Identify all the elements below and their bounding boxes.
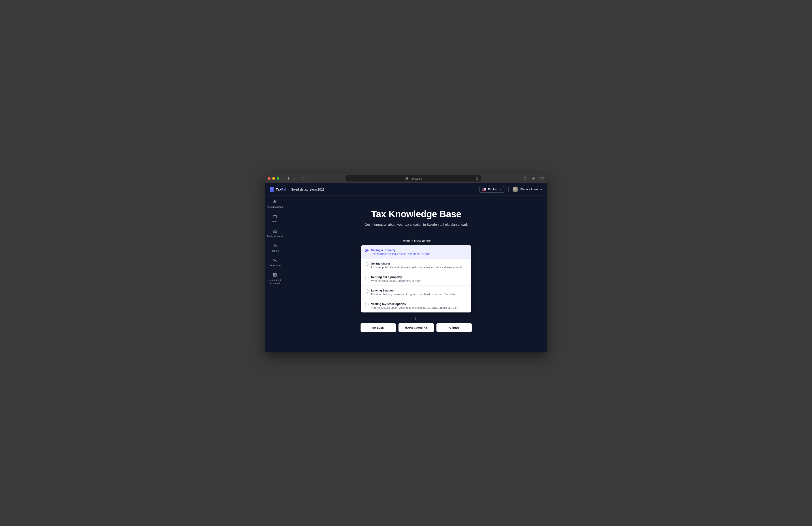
option-desc: Whether it's a house, apartment, or room <box>371 279 421 282</box>
page-subtitle: Get information about your tax situation… <box>364 223 468 226</box>
logo[interactable]: TaxPal <box>270 187 286 192</box>
in-label: In <box>415 317 418 320</box>
svg-point-5 <box>275 201 276 202</box>
us-flag-icon <box>482 188 486 191</box>
url-text: taxpal.se <box>411 177 422 180</box>
minimize-window-button[interactable] <box>272 177 275 180</box>
option-selling-shares[interactable]: Selling shares Includes publically and p… <box>361 259 471 272</box>
sidebar-item-label: Summary & Approval <box>266 279 284 285</box>
radio-icon <box>365 249 368 252</box>
users-icon <box>273 200 277 204</box>
browser-window: taxpal.se TaxPal Swedish tax return 2023 <box>265 173 547 353</box>
chevron-down-icon <box>499 189 502 190</box>
briefcase-icon <box>273 214 277 218</box>
svg-point-4 <box>274 200 275 202</box>
option-desc: If you're planning on leaving for good, … <box>371 293 455 296</box>
page-title: Tax Knowledge Base <box>371 209 461 219</box>
radio-icon <box>365 303 368 306</box>
radio-icon <box>365 276 368 279</box>
share-icon[interactable] <box>522 176 527 181</box>
forward-button[interactable] <box>308 176 313 181</box>
sidebar: Intro questions Work Family & Home Incom… <box>265 196 285 353</box>
option-selling-property[interactable]: Selling a property This includes selling… <box>361 245 471 259</box>
region-button-other[interactable]: OTHER <box>436 323 472 332</box>
chevron-down-icon[interactable] <box>292 176 297 181</box>
main-content: Tax Knowledge Base Get information about… <box>285 196 547 353</box>
app-body: Intro questions Work Family & Home Incom… <box>265 196 547 353</box>
reload-icon[interactable] <box>474 176 479 181</box>
region-button-home-country[interactable]: HOME COUNTRY <box>398 323 434 332</box>
region-buttons: SWEDEN HOME COUNTRY OTHER <box>361 323 472 332</box>
option-title: Selling shares <box>371 262 462 265</box>
language-label: English <box>488 188 497 191</box>
option-vesting-stock-options[interactable]: Vesting my stock options Your next stock… <box>361 299 471 312</box>
option-title: Renting out a property <box>371 275 421 279</box>
sidebar-item-income[interactable]: Income <box>266 244 284 252</box>
svg-rect-3 <box>540 177 542 180</box>
sidebar-item-label: Work <box>272 220 278 223</box>
option-title: Leaving Sweden <box>371 289 455 292</box>
globe-icon <box>404 176 409 181</box>
option-renting-property[interactable]: Renting out a property Whether it's a ho… <box>361 272 471 286</box>
option-desc: Your next stock option vesting date is c… <box>371 306 458 309</box>
svg-rect-9 <box>273 273 276 276</box>
sidebar-toggle-icon[interactable] <box>284 176 289 181</box>
back-button[interactable] <box>300 176 305 181</box>
maximize-window-button[interactable] <box>277 177 279 180</box>
logo-mark-icon <box>270 187 274 192</box>
option-desc: Includes publically and privately held c… <box>371 266 462 269</box>
prompt-label: I want to know about: <box>402 239 431 243</box>
language-select[interactable]: English <box>479 186 504 193</box>
sidebar-item-label: Income <box>271 249 279 252</box>
money-icon <box>273 244 277 248</box>
sidebar-item-work[interactable]: Work <box>266 214 284 223</box>
document-icon <box>273 273 277 277</box>
sidebar-item-summary-approval[interactable]: Summary & Approval <box>266 273 284 285</box>
sidebar-item-label: Family & Home <box>266 235 283 238</box>
avatar <box>512 187 518 192</box>
app-header: TaxPal Swedish tax return 2023 English E… <box>265 183 547 196</box>
chevron-down-icon <box>540 189 542 190</box>
logo-text: TaxPal <box>276 187 286 191</box>
trend-down-icon <box>273 258 277 262</box>
radio-icon <box>365 289 368 293</box>
option-title: Vesting my stock options <box>371 302 458 305</box>
url-bar[interactable]: taxpal.se <box>346 175 481 182</box>
svg-point-8 <box>275 245 275 246</box>
option-title: Selling a property <box>371 248 430 252</box>
breadcrumb[interactable]: Swedish tax return 2023 <box>291 188 324 191</box>
tabs-icon[interactable] <box>539 176 544 181</box>
sidebar-item-label: Deductions <box>269 264 281 267</box>
sidebar-item-deductions[interactable]: Deductions <box>266 258 284 267</box>
svg-rect-6 <box>273 215 276 218</box>
divider <box>508 187 509 192</box>
browser-chrome: taxpal.se <box>265 173 547 183</box>
svg-rect-0 <box>285 177 289 180</box>
home-icon <box>273 229 277 233</box>
user-menu[interactable]: Elenora Lowe <box>512 187 542 192</box>
close-window-button[interactable] <box>268 177 271 180</box>
radio-icon <box>365 262 368 266</box>
sidebar-item-label: Intro questions <box>267 205 282 209</box>
option-leaving-sweden[interactable]: Leaving Sweden If you're planning on lea… <box>361 286 471 299</box>
region-button-sweden[interactable]: SWEDEN <box>361 323 396 332</box>
option-desc: This includes selling a house, apartment… <box>371 252 430 256</box>
sidebar-item-intro-questions[interactable]: Intro questions <box>266 200 284 209</box>
topic-options: Selling a property This includes selling… <box>361 245 471 312</box>
sidebar-item-family-home[interactable]: Family & Home <box>266 229 284 238</box>
new-tab-icon[interactable] <box>531 176 536 181</box>
svg-rect-7 <box>273 245 277 247</box>
window-controls <box>268 177 279 180</box>
user-name: Elenora Lowe <box>521 188 538 191</box>
